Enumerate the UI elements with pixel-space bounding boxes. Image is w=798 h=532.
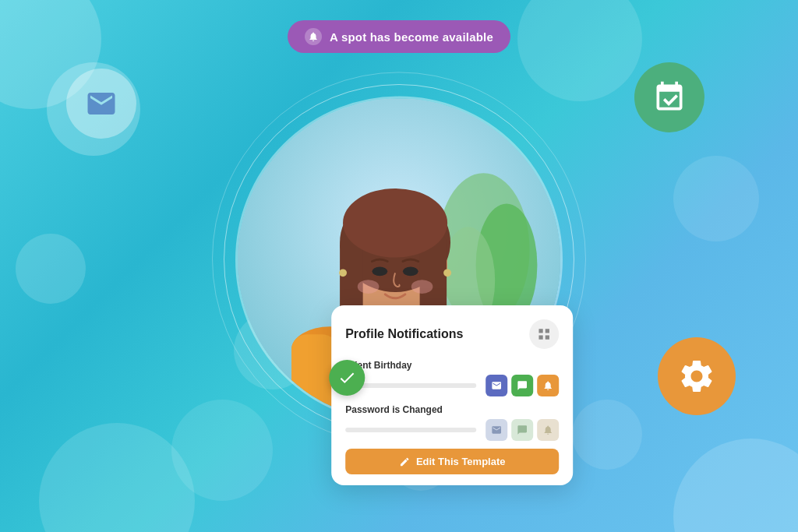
- profile-card-title: Profile Notifications: [345, 327, 463, 341]
- gear-circle: [658, 337, 736, 415]
- decorative-blob: [673, 156, 759, 241]
- chat-icon-active: [517, 380, 528, 391]
- row-bar: [345, 383, 476, 388]
- bell-icon-button-inactive[interactable]: [537, 419, 559, 441]
- background: A spot has become available: [0, 0, 798, 532]
- row-bar-2: [345, 428, 476, 432]
- row-label-birthday: Client Birthday: [345, 360, 559, 371]
- row-icons-password: [486, 419, 559, 441]
- decorative-blob: [572, 400, 642, 470]
- svg-point-24: [358, 280, 380, 294]
- notification-text: A spot has become available: [330, 30, 493, 44]
- bell-icon: [305, 28, 322, 45]
- bell-icon-button-active[interactable]: [537, 375, 559, 396]
- notification-pill: A spot has become available: [288, 20, 510, 53]
- notification-row-password: Password is Changed: [345, 404, 559, 441]
- svg-point-26: [339, 269, 347, 277]
- mail-icon-active: [491, 380, 502, 391]
- calendar-circle: [634, 62, 704, 132]
- row-content-birthday: [345, 375, 559, 396]
- bell-icon-active: [542, 380, 553, 391]
- chat-icon-button-active[interactable]: [511, 375, 533, 396]
- mail-circle: [66, 69, 136, 139]
- chat-icon-button-inactive[interactable]: [511, 419, 533, 441]
- grid-icon: [537, 327, 551, 341]
- check-icon: [337, 368, 356, 387]
- decorative-blob: [16, 234, 86, 304]
- pencil-icon: [399, 456, 410, 467]
- check-circle: [329, 360, 365, 396]
- edit-button-label: Edit This Template: [416, 456, 506, 467]
- mail-icon-button-inactive[interactable]: [486, 419, 507, 441]
- decorative-blob: [517, 0, 642, 101]
- profile-card: Profile Notifications Client Birthday: [331, 305, 573, 485]
- mail-icon-inactive: [491, 425, 502, 435]
- svg-point-22: [373, 266, 388, 276]
- svg-point-27: [443, 269, 451, 277]
- bell-icon-inactive: [542, 425, 553, 435]
- row-content-password: [345, 419, 559, 441]
- grid-icon-button[interactable]: [529, 319, 559, 349]
- svg-point-21: [343, 188, 447, 257]
- profile-card-header: Profile Notifications: [345, 319, 559, 349]
- row-icons-birthday: [486, 375, 559, 396]
- decorative-blob: [673, 439, 798, 532]
- svg-point-23: [403, 266, 418, 276]
- decorative-blob: [39, 423, 195, 532]
- mail-icon-button-active[interactable]: [486, 375, 507, 396]
- edit-template-button[interactable]: Edit This Template: [345, 449, 559, 474]
- chat-icon-inactive: [517, 425, 528, 435]
- svg-point-25: [411, 280, 433, 294]
- row-label-password: Password is Changed: [345, 404, 559, 415]
- notification-row-birthday: Client Birthday: [345, 360, 559, 396]
- calendar-check-icon: [652, 80, 687, 115]
- gear-icon: [677, 357, 716, 396]
- mail-icon: [85, 87, 118, 120]
